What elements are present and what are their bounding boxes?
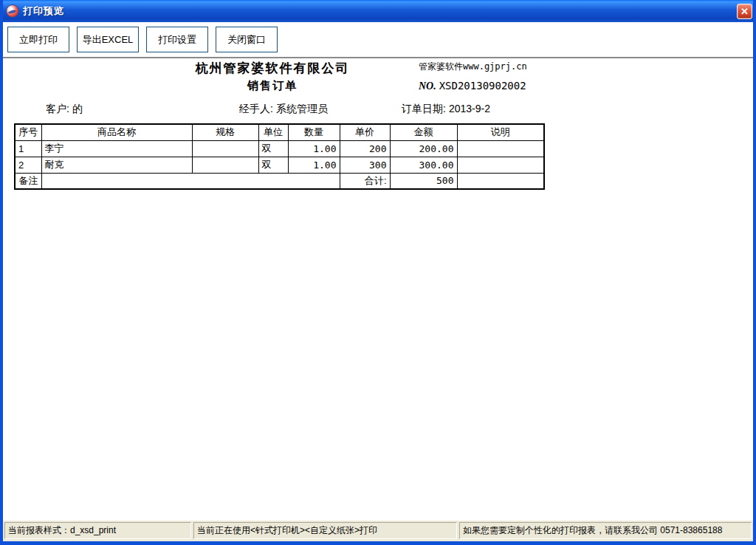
vendor-website: 管家婆软件www.gjprj.cn: [419, 61, 527, 73]
cell-unit: 双: [258, 157, 288, 173]
customer-label: 客户:: [46, 103, 69, 114]
close-icon: ✕: [740, 6, 749, 17]
col-header-seq: 序号: [15, 124, 41, 140]
table-header-row: 序号 商品名称 规格 单位 数量 单价 金额 说明: [15, 124, 544, 140]
status-contact-info: 如果您需要定制个性化的打印报表，请联系我公司 0571-83865188: [459, 522, 752, 539]
order-info-row: 客户:的 经手人:系统管理员 订单日期:2013-9-2: [3, 103, 753, 116]
cell-amount: 300.00: [390, 157, 457, 173]
cell-note: [457, 140, 544, 157]
order-items-table: 序号 商品名称 规格 单位 数量 单价 金额 说明 1 李宁: [14, 123, 545, 190]
col-header-price: 单价: [340, 124, 390, 140]
status-bar: 当前报表样式：d_xsd_print 当前正在使用<针式打印机><自定义纸张>打…: [3, 521, 753, 541]
print-now-button[interactable]: 立即打印: [7, 27, 69, 52]
order-number-prefix: NO.: [419, 80, 436, 92]
col-header-note: 说明: [457, 124, 544, 140]
table-row: 2 耐克 双 1.00 300 300.00: [15, 157, 544, 173]
order-date-value: 2013-9-2: [449, 103, 490, 114]
close-button[interactable]: ✕: [737, 4, 752, 19]
total-label-cell: 合计:: [340, 173, 390, 189]
app-icon: [6, 4, 19, 18]
col-header-unit: 单位: [258, 124, 288, 140]
status-report-style: 当前报表样式：d_xsd_print: [4, 522, 191, 539]
status-printer-info: 当前正在使用<针式打印机><自定义纸张>打印: [193, 522, 457, 539]
handler-label: 经手人:: [239, 103, 273, 114]
cell-seq: 1: [15, 140, 41, 157]
customer-value: 的: [72, 103, 83, 114]
handler-value: 系统管理员: [276, 103, 328, 114]
order-date-field: 订单日期:2013-9-2: [402, 103, 490, 116]
cell-price: 300: [340, 157, 390, 173]
order-number: NO. XSD20130902002: [419, 80, 526, 92]
cell-price: 200: [340, 140, 390, 157]
handler-field: 经手人:系统管理员: [239, 103, 328, 116]
footer-note-cell: [457, 173, 544, 189]
table-row: 1 李宁 双 1.00 200 200.00: [15, 140, 544, 157]
col-header-product: 商品名称: [41, 124, 192, 140]
preview-pane: 杭州管家婆软件有限公司 销售订单 管家婆软件www.gjprj.cn NO. X…: [3, 58, 753, 521]
print-preview-window: 打印预览 ✕ 立即打印 导出EXCEL 打印设置 关闭窗口 杭州管家婆软件有限公…: [0, 0, 756, 545]
window-title: 打印预览: [23, 4, 737, 18]
table-footer-row: 备注 合计: 500: [15, 173, 544, 189]
window-bottom-border: [0, 541, 756, 545]
order-date-label: 订单日期:: [402, 103, 446, 114]
close-window-button[interactable]: 关闭窗口: [216, 27, 278, 52]
toolbar: 立即打印 导出EXCEL 打印设置 关闭窗口: [3, 22, 753, 57]
col-header-spec: 规格: [192, 124, 258, 140]
export-excel-button[interactable]: 导出EXCEL: [77, 27, 139, 52]
cell-unit: 双: [258, 140, 288, 157]
cell-amount: 200.00: [390, 140, 457, 157]
total-value-cell: 500: [390, 173, 457, 189]
cell-spec: [192, 140, 258, 157]
remark-label-cell: 备注: [15, 173, 41, 189]
remark-value-cell: [41, 173, 340, 189]
print-settings-button[interactable]: 打印设置: [146, 27, 208, 52]
customer-field: 客户:的: [46, 103, 83, 116]
col-header-qty: 数量: [288, 124, 340, 140]
cell-product: 李宁: [41, 140, 192, 157]
col-header-amount: 金额: [390, 124, 457, 140]
titlebar[interactable]: 打印预览 ✕: [0, 0, 756, 22]
order-number-value: XSD20130902002: [439, 80, 526, 92]
document: 杭州管家婆软件有限公司 销售订单 管家婆软件www.gjprj.cn NO. X…: [3, 58, 753, 521]
cell-product: 耐克: [41, 157, 192, 173]
cell-qty: 1.00: [288, 140, 340, 157]
cell-note: [457, 157, 544, 173]
cell-qty: 1.00: [288, 157, 340, 173]
cell-spec: [192, 157, 258, 173]
cell-seq: 2: [15, 157, 41, 173]
